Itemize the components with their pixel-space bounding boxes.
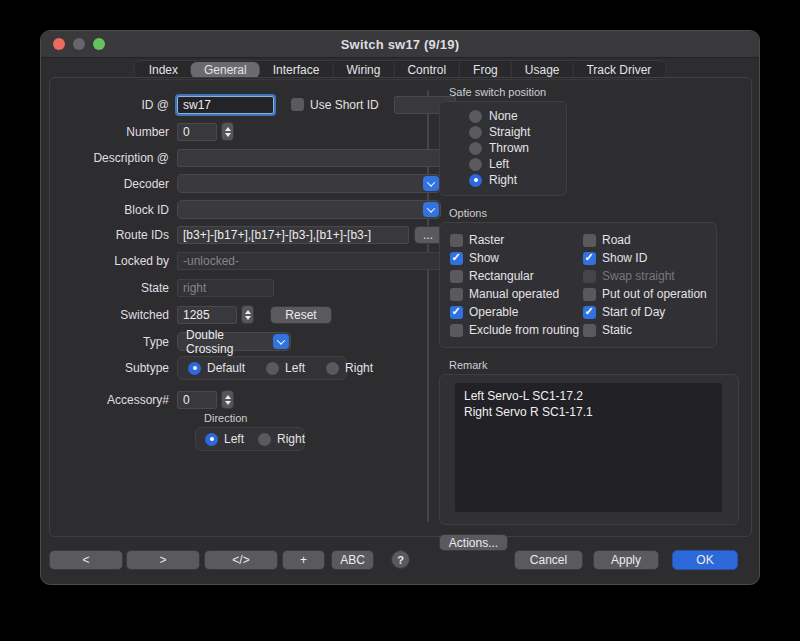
decoder-combobox[interactable] — [177, 174, 441, 193]
add-button[interactable]: + — [282, 550, 325, 570]
reset-button[interactable]: Reset — [270, 306, 332, 324]
subtype-default-radio[interactable]: Default — [188, 361, 245, 375]
option-manual-operated[interactable]: Manual operated — [450, 287, 583, 301]
accessory-input[interactable] — [177, 391, 217, 409]
apply-button[interactable]: Apply — [593, 550, 659, 570]
locked-by-field — [177, 252, 441, 270]
number-stepper[interactable] — [221, 122, 234, 141]
decoder-label: Decoder — [50, 177, 177, 191]
chevron-down-icon[interactable] — [273, 334, 289, 349]
tab-wiring[interactable]: Wiring — [332, 62, 393, 78]
description-label: Description @ — [50, 151, 177, 165]
direction-group: Direction Left Right — [195, 412, 305, 451]
number-row: Number — [50, 122, 234, 141]
option-swap-straight: Swap straight — [583, 269, 710, 283]
use-short-id-label: Use Short ID — [310, 98, 379, 112]
safe-switch-position-label: Safe switch position — [449, 86, 741, 98]
traffic-lights — [53, 38, 105, 50]
remark-textarea[interactable]: Left Servo-L SC1-17.2 Right Servo R SC1-… — [455, 383, 722, 512]
tab-control[interactable]: Control — [393, 62, 459, 78]
locked-by-label: Locked by — [50, 254, 177, 268]
options-group: Raster Road Show Show ID Rectangular Swa… — [439, 222, 717, 348]
type-combobox[interactable]: Double Crossing — [177, 332, 291, 351]
type-value: Double Crossing — [186, 328, 268, 356]
help-button[interactable]: ? — [391, 550, 410, 569]
route-ids-label: Route IDs — [50, 228, 177, 242]
option-operable[interactable]: Operable — [450, 305, 583, 319]
state-row: State — [50, 278, 274, 297]
remark-group: Left Servo-L SC1-17.2 Right Servo R SC1-… — [439, 374, 739, 525]
code-button[interactable]: </> — [204, 550, 278, 570]
minimize-window-icon[interactable] — [73, 38, 85, 50]
block-id-combobox[interactable] — [177, 200, 441, 219]
option-exclude-from-routing[interactable]: Exclude from routing — [450, 323, 583, 337]
direction-radio-group: Left Right — [195, 427, 305, 451]
safe-left-radio[interactable]: Left — [440, 156, 566, 172]
option-road[interactable]: Road — [583, 233, 710, 247]
tab-general[interactable]: General — [191, 62, 260, 78]
decoder-row: Decoder — [50, 174, 441, 193]
abc-button[interactable]: ABC — [331, 550, 374, 570]
accessory-label: Accessory# — [50, 393, 177, 407]
subtype-radio-group: Default Left Right — [177, 356, 347, 380]
title-bar: Switch sw17 (9/19) — [41, 31, 759, 58]
id-label: ID @ — [50, 98, 177, 112]
subtype-label: Subtype — [50, 361, 177, 375]
accessory-row: Accessory# — [50, 390, 234, 409]
next-button[interactable]: > — [126, 550, 200, 570]
close-window-icon[interactable] — [53, 38, 65, 50]
stepper-down-icon — [225, 133, 231, 137]
option-show-id[interactable]: Show ID — [583, 251, 710, 265]
zoom-window-icon[interactable] — [93, 38, 105, 50]
tab-interface[interactable]: Interface — [260, 62, 333, 78]
option-static[interactable]: Static — [583, 323, 710, 337]
description-row: Description @ — [50, 148, 441, 167]
locked-by-row: Locked by — [50, 251, 441, 270]
stepper-up-icon — [245, 310, 251, 314]
tab-track-driver[interactable]: Track Driver — [572, 62, 664, 78]
prev-button[interactable]: < — [49, 550, 123, 570]
id-input[interactable] — [177, 96, 274, 114]
number-input[interactable] — [177, 123, 217, 141]
actions-button[interactable]: Actions... — [439, 534, 508, 551]
cancel-button[interactable]: Cancel — [514, 550, 583, 570]
subtype-left-radio[interactable]: Left — [266, 361, 305, 375]
safe-straight-radio[interactable]: Straight — [440, 124, 566, 140]
option-raster[interactable]: Raster — [450, 233, 583, 247]
chevron-down-icon[interactable] — [423, 176, 439, 191]
route-ids-browse-button[interactable]: ... — [414, 226, 442, 244]
route-ids-input[interactable] — [177, 226, 409, 244]
type-label: Type — [50, 335, 177, 349]
chevron-down-icon[interactable] — [423, 202, 439, 217]
tab-index[interactable]: Index — [136, 62, 191, 78]
direction-right-radio[interactable]: Right — [258, 432, 305, 446]
safe-thrown-radio[interactable]: Thrown — [440, 140, 566, 156]
option-show[interactable]: Show — [450, 251, 583, 265]
tab-usage[interactable]: Usage — [511, 62, 573, 78]
accessory-stepper[interactable] — [221, 390, 234, 409]
block-id-row: Block ID — [50, 200, 441, 219]
safe-switch-position-group: None Straight Thrown Left Right — [439, 101, 567, 196]
general-tab-panel: ID @ Use Short ID Number Description @ D… — [49, 77, 752, 537]
subtype-right-radio[interactable]: Right — [326, 361, 373, 375]
option-start-of-day[interactable]: Start of Day — [583, 305, 710, 319]
safe-right-radio[interactable]: Right — [440, 172, 566, 188]
options-label: Options — [449, 207, 741, 219]
switched-input[interactable] — [177, 306, 237, 324]
switched-stepper[interactable] — [241, 305, 254, 324]
switched-row: Switched Reset — [50, 305, 332, 324]
state-label: State — [50, 281, 177, 295]
use-short-id-checkbox[interactable] — [291, 98, 304, 111]
option-put-out-of-operation[interactable]: Put out of operation — [583, 287, 710, 301]
number-label: Number — [50, 125, 177, 139]
tab-frog[interactable]: Frog — [459, 62, 511, 78]
description-input[interactable] — [177, 149, 441, 167]
switched-label: Switched — [50, 308, 177, 322]
ok-button[interactable]: OK — [672, 550, 738, 570]
direction-left-radio[interactable]: Left — [205, 432, 244, 446]
block-id-label: Block ID — [50, 203, 177, 217]
stepper-down-icon — [225, 401, 231, 405]
safe-none-radio[interactable]: None — [440, 108, 566, 124]
window-title: Switch sw17 (9/19) — [341, 37, 459, 52]
option-rectangular[interactable]: Rectangular — [450, 269, 583, 283]
